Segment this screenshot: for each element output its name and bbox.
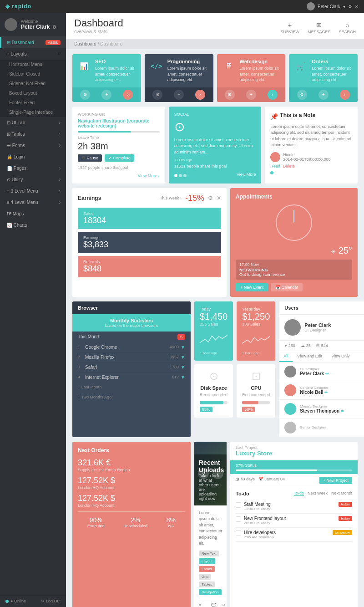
complete-button[interactable]: ✓ Complete [105,154,134,162]
sidebar-item-forms[interactable]: ☰ Forms› [0,140,66,151]
prog-btn-settings[interactable]: ⚙ [152,90,162,100]
earnings-settings-icon[interactable]: ⚙ [208,195,213,201]
seo-btn-go[interactable]: › [123,90,133,100]
top-close[interactable]: ✕ [355,4,359,9]
page-header: Dashboard overview & stats + SUBVIEW ✉ M… [66,13,364,39]
orders-btn-settings[interactable]: ⚙ [297,90,307,100]
users-tab-all[interactable]: All [279,351,293,362]
web-btn-add[interactable]: + [246,90,256,100]
earnings-close-icon[interactable]: ✕ [217,195,221,201]
sidebar-item-4level[interactable]: ≡ 4 Level Menu› [0,197,66,208]
sidebar-item-3level[interactable]: ≡ 3 Level Menu› [0,185,66,197]
tag-forms[interactable]: Forms [199,566,215,572]
sidebar-item-sidebar-closed[interactable]: Sidebar Closed [0,69,66,79]
social-people: 11521 people share this goal [174,164,256,168]
new-project-button[interactable]: + New Project [319,477,352,484]
seo-btn-add[interactable]: + [101,90,111,100]
users-panel: Users Peter Clark UI Designer ⚫ No.line … [279,301,364,437]
prog-btn-add[interactable]: + [174,90,184,100]
user-avatar-peter [284,366,296,377]
web-icon: 🖥 [222,59,236,73]
browser-expand-last[interactable]: + Last Month [72,382,191,392]
web-btn-settings[interactable]: ⚙ [225,90,235,100]
browser-expand-two[interactable]: + Two Months Ago [72,392,191,402]
social-github-icon: ⊙ [174,119,256,134]
note-delete-button[interactable]: Delete [283,164,295,168]
sidebar-item-layouts[interactable]: ≡ Layouts− [0,48,66,60]
users-tab-view-only[interactable]: View Only [327,351,354,362]
user-name-steven: Steven Thompson ✏ [300,408,364,413]
sidebar-item-dashboard[interactable]: ⊞ Dashboard ABSIL [0,37,66,48]
tag-navigation[interactable]: Navigation [199,589,222,595]
web-text: Web design Lorem ipsum dolor sit amet, c… [240,59,281,83]
tag-layout[interactable]: Layout [199,558,215,564]
users-tab-view-edit[interactable]: View and Edit [293,351,327,362]
pause-button[interactable]: ⏸ Pause [78,154,102,162]
todo-tab-next-month[interactable]: Next Month [331,491,352,496]
orders-btn-go[interactable]: › [340,90,350,100]
top-username: Peter Clark [318,4,340,9]
messages-button[interactable]: ✉ MESSAGES [308,21,331,34]
order-item-3: 127.52K $ London HQ Account [78,494,185,508]
sidebar-item-footer-fixed[interactable]: Footer Fixed [0,98,66,107]
sidebar-item-single-page[interactable]: Single-Page Interface [0,107,66,117]
sidebar-item-tables[interactable]: ⊞ Tables› [0,128,66,140]
prog-btn-go[interactable]: › [195,90,205,100]
note-read-button[interactable]: Read [270,164,280,168]
new-event-button[interactable]: + New Event [236,283,268,291]
seo-desc: Lorem ipsum dolor sit amet, consectetuer… [95,66,136,83]
sidebar-item-maps[interactable]: 🗺 Maps [0,208,66,219]
todo-check-frontend[interactable] [236,516,241,522]
sidebar-item-utility[interactable]: ⊙ Utility› [0,174,66,185]
todo-badge-hire: tomorrow [333,530,352,535]
todo-title-staff: Staff Meeting [244,502,336,507]
breadcrumb-home[interactable]: Dashboard [74,41,96,46]
appt-temperature: ☀ 25° [236,245,352,256]
project-progress-label: 87% Status [236,463,352,468]
tag-tables[interactable]: Tables [199,581,215,587]
sidebar-item-horizontal-menu[interactable]: Horizontal Menu [0,60,66,69]
web-btn-go[interactable]: › [268,90,278,100]
sidebar-item-login[interactable]: 🔒 Login [0,151,66,163]
social-view-more[interactable]: View More [237,172,256,177]
todo-tab-next-week[interactable]: Next Week [308,491,328,496]
sidebar-user: Welcome Peter Clark ⚙ [0,13,66,37]
cpu-bar-fill [242,401,258,404]
subview-button[interactable]: + SUBVIEW [280,21,299,34]
sidebar-item-boxed-layout[interactable]: Boxed Layout [0,88,66,98]
seo-btn-settings[interactable]: ⚙ [80,90,90,100]
users-featured: Peter Clark UI Designer ⚫ No.line [279,315,364,341]
todo-check-hire[interactable] [236,530,241,536]
earnings-period[interactable]: This Week › [160,196,182,200]
search-button[interactable]: ⌕ SEARCH [339,21,356,34]
sidebar-item-ui-lab[interactable]: ⊡ UI Lab› [0,117,66,128]
disk-bar-fill [200,401,223,404]
sidebar-gear[interactable]: ⚙ [52,25,56,30]
logout-button[interactable]: ↪ Log Out [41,599,61,603]
sidebar-submenu-layouts: Horizontal Menu Sidebar Closed Sidebar N… [0,60,66,117]
top-settings[interactable]: ⚙ [348,4,352,9]
note-card: 📌 This is a Note Lorem ipsum dolor sit a… [265,107,358,184]
browser-item-safari: 3 Safari 1789 ▼ [78,362,185,372]
todo-check-staff[interactable] [236,502,241,508]
orders-footer-unscheduled: 2% Unscheduled [123,516,147,528]
cards-row: 📊 SEO Lorem ipsum dolor sit amet, consec… [72,54,358,102]
user-info-nicole: Content Designer Nicole Bell ✏ [300,386,364,395]
sidebar-item-sidebar-not-fixed[interactable]: Sidebar Not Fixed [0,79,66,88]
sidebar-item-charts[interactable]: 📈 Charts [0,219,66,231]
top-arrow[interactable]: ▾ [343,4,345,9]
sidebar-item-pages[interactable]: 📄 Pages› [0,163,66,174]
middle-row: Working on Navigation Illustration (corp… [72,107,358,184]
user-item: UI Designer Peter Clark ✏ ⚙▾ [279,362,364,381]
calendar-button[interactable]: 📅 Calendar [271,283,303,291]
earnings-stats: Sales 18304 Earnings $3,833 Referrals $8… [78,208,221,277]
users-featured-avatar [284,319,301,336]
tag-newtext[interactable]: New Text [199,551,219,556]
note-title: This is a Note [280,112,315,118]
orders-btn-add[interactable]: + [318,90,329,100]
tag-grid[interactable]: Grid [199,574,211,580]
working-view-more[interactable]: View More › [138,173,160,178]
disk-percent-badge: 85% [200,407,212,412]
todo-tab-todo[interactable]: To-do [294,491,304,496]
project-name: Luxury Store [236,450,352,457]
